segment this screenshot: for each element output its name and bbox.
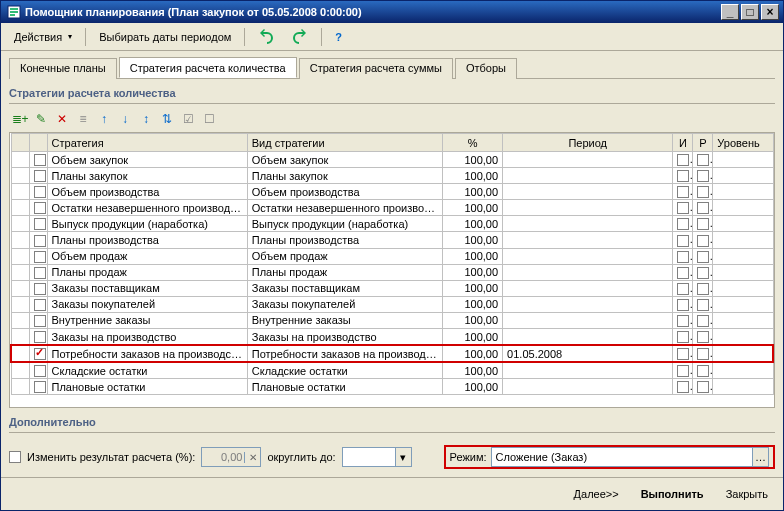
cell-type[interactable]: Плановые остатки <box>247 379 442 395</box>
cell-i[interactable] <box>673 362 693 379</box>
row-checkbox[interactable] <box>34 381 46 393</box>
cell-level[interactable] <box>713 184 773 200</box>
cell-type[interactable]: Объем производства <box>247 184 442 200</box>
cell-period[interactable] <box>503 280 673 296</box>
row-checkbox[interactable] <box>34 299 46 311</box>
cell-r[interactable] <box>693 168 713 184</box>
r-checkbox[interactable] <box>697 283 709 295</box>
table-row[interactable]: Планы закупокПланы закупок100,00 <box>11 168 773 184</box>
cell-type[interactable]: Планы продаж <box>247 264 442 280</box>
cell-i[interactable] <box>673 248 693 264</box>
row-checkbox-cell[interactable] <box>29 152 47 168</box>
row-checkbox[interactable] <box>34 218 46 230</box>
cell-i[interactable] <box>673 379 693 395</box>
cell-r[interactable] <box>693 345 713 362</box>
row-checkbox[interactable] <box>34 186 46 198</box>
cell-level[interactable] <box>713 379 773 395</box>
i-checkbox[interactable] <box>677 251 689 263</box>
r-checkbox[interactable] <box>697 202 709 214</box>
table-row[interactable]: Заказы поставщикамЗаказы поставщикам100,… <box>11 280 773 296</box>
cell-period[interactable] <box>503 216 673 232</box>
cell-strategy[interactable]: Остатки незавершенного производства <box>47 200 247 216</box>
redo-button[interactable] <box>285 26 315 48</box>
row-checkbox[interactable] <box>34 315 46 327</box>
cell-type[interactable]: Внутренние заказы <box>247 312 442 328</box>
cell-type[interactable]: Объем закупок <box>247 152 442 168</box>
mode-select[interactable]: Сложение (Заказ) … <box>491 447 769 467</box>
cell-r[interactable] <box>693 152 713 168</box>
r-checkbox[interactable] <box>697 381 709 393</box>
table-row[interactable]: Плановые остаткиПлановые остатки100,00 <box>11 379 773 395</box>
i-checkbox[interactable] <box>677 235 689 247</box>
table-row[interactable]: Складские остаткиСкладские остатки100,00 <box>11 362 773 379</box>
cell-r[interactable] <box>693 312 713 328</box>
cell-level[interactable] <box>713 152 773 168</box>
cell-level[interactable] <box>713 345 773 362</box>
cell-r[interactable] <box>693 264 713 280</box>
cell-r[interactable] <box>693 280 713 296</box>
minimize-button[interactable]: _ <box>721 4 739 20</box>
cell-type[interactable]: Планы закупок <box>247 168 442 184</box>
sort-asc-icon[interactable]: ↕ <box>137 110 155 128</box>
table-row[interactable]: Объем закупокОбъем закупок100,00 <box>11 152 773 168</box>
row-checkbox-cell[interactable] <box>29 216 47 232</box>
i-checkbox[interactable] <box>677 331 689 343</box>
move-down-icon[interactable]: ↓ <box>116 110 134 128</box>
cell-level[interactable] <box>713 264 773 280</box>
cell-r[interactable] <box>693 248 713 264</box>
cell-strategy[interactable]: Складские остатки <box>47 362 247 379</box>
i-checkbox[interactable] <box>677 154 689 166</box>
cell-type[interactable]: Заказы на производство <box>247 329 442 346</box>
table-row[interactable]: Внутренние заказыВнутренние заказы100,00 <box>11 312 773 328</box>
row-checkbox-cell[interactable] <box>29 379 47 395</box>
cell-r[interactable] <box>693 200 713 216</box>
i-checkbox[interactable] <box>677 348 689 360</box>
cell-period[interactable] <box>503 152 673 168</box>
cell-period[interactable] <box>503 232 673 248</box>
cell-i[interactable] <box>673 184 693 200</box>
row-checkbox-cell[interactable] <box>29 296 47 312</box>
cell-strategy[interactable]: Заказы на производство <box>47 329 247 346</box>
table-row[interactable]: Выпуск продукции (наработка)Выпуск проду… <box>11 216 773 232</box>
cell-i[interactable] <box>673 329 693 346</box>
row-checkbox[interactable] <box>34 267 46 279</box>
table-row[interactable]: Объем продажОбъем продаж100,00 <box>11 248 773 264</box>
r-checkbox[interactable] <box>697 218 709 230</box>
cell-strategy[interactable]: Объем производства <box>47 184 247 200</box>
cell-pct[interactable]: 100,00 <box>443 168 503 184</box>
cell-period[interactable] <box>503 168 673 184</box>
row-checkbox-cell[interactable] <box>29 232 47 248</box>
cell-i[interactable] <box>673 216 693 232</box>
cell-level[interactable] <box>713 200 773 216</box>
row-checkbox-cell[interactable] <box>29 200 47 216</box>
deselect-all-icon[interactable]: ☐ <box>200 110 218 128</box>
cell-period[interactable] <box>503 264 673 280</box>
cell-i[interactable] <box>673 152 693 168</box>
cell-strategy[interactable]: Планы продаж <box>47 264 247 280</box>
row-checkbox-cell[interactable] <box>29 280 47 296</box>
cell-i[interactable] <box>673 280 693 296</box>
i-checkbox[interactable] <box>677 218 689 230</box>
row-checkbox[interactable] <box>34 365 46 377</box>
cell-period[interactable] <box>503 362 673 379</box>
cell-strategy[interactable]: Потребности заказов на производство <box>47 345 247 362</box>
cell-level[interactable] <box>713 312 773 328</box>
cell-strategy[interactable]: Планы закупок <box>47 168 247 184</box>
cell-i[interactable] <box>673 312 693 328</box>
i-checkbox[interactable] <box>677 267 689 279</box>
cell-i[interactable] <box>673 232 693 248</box>
cell-pct[interactable]: 100,00 <box>443 379 503 395</box>
tab-final-plans[interactable]: Конечные планы <box>9 58 117 79</box>
row-checkbox-cell[interactable] <box>29 264 47 280</box>
cell-level[interactable] <box>713 232 773 248</box>
cell-r[interactable] <box>693 216 713 232</box>
col-pct[interactable]: % <box>443 134 503 152</box>
cell-pct[interactable]: 100,00 <box>443 329 503 346</box>
row-checkbox-cell[interactable] <box>29 329 47 346</box>
cell-pct[interactable]: 100,00 <box>443 280 503 296</box>
tab-qty-strategy[interactable]: Стратегия расчета количества <box>119 57 297 78</box>
row-checkbox[interactable] <box>34 154 46 166</box>
edit-row-icon[interactable]: ✎ <box>32 110 50 128</box>
row-checkbox-cell[interactable] <box>29 345 47 362</box>
cell-period[interactable] <box>503 200 673 216</box>
